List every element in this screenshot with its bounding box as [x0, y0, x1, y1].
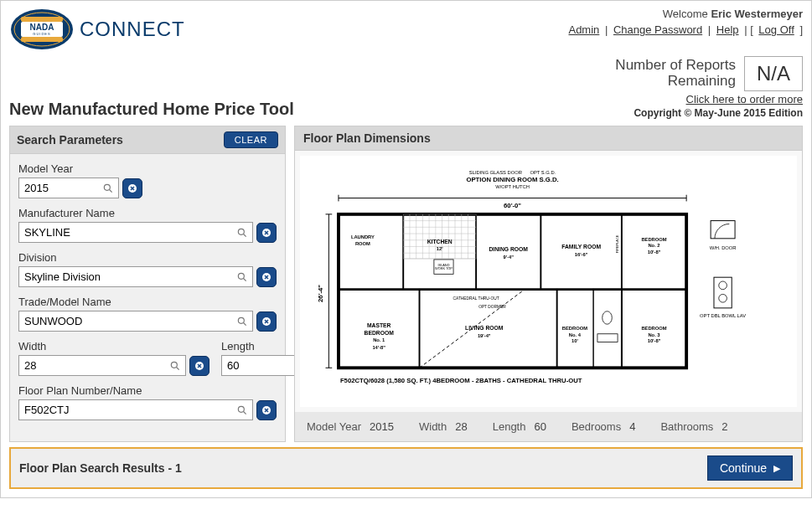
svg-text:OPT DORMER: OPT DORMER	[478, 305, 506, 309]
division-label: Division	[18, 251, 277, 264]
model-year-label: Model Year	[18, 162, 277, 175]
svg-text:10'-8": 10'-8"	[647, 250, 660, 255]
svg-text:No. 3: No. 3	[648, 332, 659, 337]
floorplan-clear-icon[interactable]	[256, 400, 277, 420]
svg-text:9'-4": 9'-4"	[503, 255, 514, 260]
svg-rect-21	[338, 214, 685, 368]
welcome-text: Welcome Eric Westermeyer	[566, 8, 803, 20]
svg-text:BEDROOM: BEDROOM	[641, 326, 666, 331]
svg-text:BEDROOM: BEDROOM	[561, 326, 587, 331]
svg-text:No. 2: No. 2	[648, 243, 659, 248]
svg-text:ROOM: ROOM	[354, 241, 370, 246]
svg-text:KITCHEN: KITCHEN	[427, 239, 452, 244]
results-title: Floor Plan Search Results - 1	[19, 461, 182, 475]
svg-text:26'-4": 26'-4"	[316, 285, 323, 302]
svg-text:LIVING ROOM: LIVING ROOM	[465, 325, 504, 331]
svg-text:F502CTQ/6028 (1,580 SQ. FT.) 4: F502CTQ/6028 (1,580 SQ. FT.) 4BEDROOM - …	[339, 377, 582, 384]
svg-text:BEDROOM: BEDROOM	[364, 330, 394, 336]
svg-text:No. 4: No. 4	[568, 332, 581, 337]
admin-link[interactable]: Admin	[568, 23, 599, 36]
logo-badge-icon: NADA GUIDES	[9, 8, 75, 51]
svg-text:SLIDING GLASS DOOR      OPT S.: SLIDING GLASS DOOR OPT S.G.D.	[468, 170, 556, 175]
reports-remaining-label: Number of Reports Remaining	[615, 58, 736, 89]
chevron-right-icon: ▶	[773, 463, 780, 474]
manufacturer-clear-icon[interactable]	[256, 223, 277, 243]
logoff-link[interactable]: Log Off	[758, 23, 794, 36]
order-more-link[interactable]: Click here to order more	[686, 93, 803, 106]
trade-model-clear-icon[interactable]	[256, 311, 277, 332]
svg-rect-85	[713, 277, 731, 308]
stats-bar: Model Year2015 Width28 Length60 Bedrooms…	[295, 412, 802, 441]
svg-text:MASTER: MASTER	[366, 322, 390, 328]
division-clear-icon[interactable]	[256, 267, 277, 287]
svg-text:BEDROOM: BEDROOM	[641, 237, 666, 242]
svg-text:W/H. DOOR: W/H. DOOR	[709, 245, 736, 250]
change-password-link[interactable]: Change Password	[613, 23, 702, 36]
svg-text:FIREPLACE: FIREPLACE	[616, 234, 619, 253]
division-input[interactable]	[18, 266, 253, 287]
floorplan-input[interactable]	[18, 399, 253, 420]
manufacturer-input[interactable]	[18, 222, 253, 243]
manufacturer-label: Manufacturer Name	[18, 207, 277, 219]
trade-model-label: Trade/Model Name	[18, 296, 277, 308]
search-sidebar: Search Parameters CLEAR Model Year Manuf…	[9, 126, 286, 442]
svg-text:60'-0": 60'-0"	[504, 202, 521, 209]
svg-rect-3	[21, 37, 63, 42]
svg-text:10': 10'	[571, 338, 577, 343]
reports-remaining-value: N/A	[744, 56, 803, 91]
trade-model-input[interactable]	[18, 311, 253, 332]
svg-text:NADA: NADA	[30, 23, 54, 32]
svg-text:OPTION DINING ROOM S.G.D.: OPTION DINING ROOM S.G.D.	[466, 176, 558, 183]
brand-logo: NADA GUIDES CONNECT	[9, 8, 185, 51]
help-link[interactable]: Help	[716, 23, 739, 36]
svg-text:WORK TOP: WORK TOP	[435, 267, 453, 270]
page-title: New Manufactured Home Price Tool	[9, 100, 294, 119]
floorplan-image: SLIDING GLASS DOOR OPT S.G.D. OPTION DIN…	[300, 156, 797, 407]
svg-text:GUIDES: GUIDES	[33, 32, 50, 36]
svg-text:LAUNDRY: LAUNDRY	[350, 234, 374, 239]
width-label: Width	[18, 340, 209, 353]
svg-text:DINING ROOM: DINING ROOM	[489, 246, 528, 252]
copyright-text: Copyright © May-June 2015 Edition	[615, 107, 803, 119]
svg-text:16'-6": 16'-6"	[574, 252, 587, 257]
svg-text:12': 12'	[436, 246, 442, 251]
model-year-input[interactable]	[18, 178, 119, 198]
svg-text:CATHEDRAL THRU-OUT: CATHEDRAL THRU-OUT	[453, 296, 499, 301]
model-year-clear-icon[interactable]	[122, 178, 142, 198]
content-title: Floor Plan Dimensions	[295, 126, 802, 151]
svg-rect-4	[21, 17, 63, 22]
floorplan-label: Floor Plan Number/Name	[18, 384, 277, 397]
continue-button[interactable]: Continue ▶	[707, 456, 793, 481]
svg-point-86	[718, 281, 727, 290]
width-clear-icon[interactable]	[189, 356, 209, 376]
brand-text: CONNECT	[80, 18, 185, 41]
svg-point-87	[718, 294, 727, 302]
svg-text:ISLAND: ISLAND	[437, 264, 449, 267]
svg-text:10'-8": 10'-8"	[647, 338, 660, 343]
svg-rect-83	[711, 221, 735, 239]
svg-text:OPT DBL BOWL LAV: OPT DBL BOWL LAV	[700, 313, 746, 318]
clear-button[interactable]: CLEAR	[224, 131, 278, 148]
svg-text:No. 1: No. 1	[373, 337, 385, 342]
svg-text:14'-8": 14'-8"	[372, 345, 385, 350]
svg-text:19'-4": 19'-4"	[477, 333, 490, 338]
sidebar-title: Search Parameters	[17, 133, 123, 147]
svg-text:FAMILY ROOM: FAMILY ROOM	[561, 244, 601, 250]
width-input[interactable]	[18, 355, 186, 376]
svg-text:W/OPT HUTCH: W/OPT HUTCH	[495, 184, 530, 189]
